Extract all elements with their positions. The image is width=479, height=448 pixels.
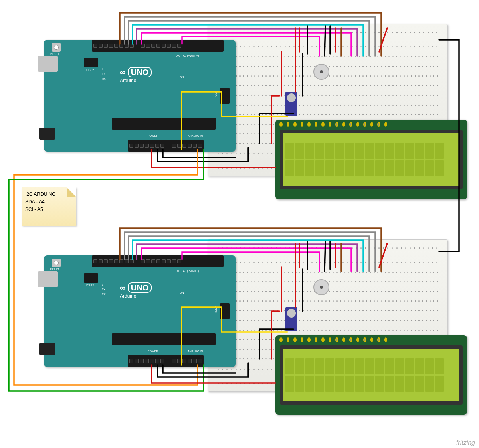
ON-led: ON xyxy=(180,291,184,294)
model-label: UNO xyxy=(128,67,152,77)
power-jack xyxy=(39,128,55,140)
model-label: UNO xyxy=(128,282,152,293)
note-line3: SCL- A5 xyxy=(25,206,73,213)
icsp-label: ICSP xyxy=(214,91,217,97)
icsp-label: ICSP xyxy=(214,306,217,312)
note-i2c: I2C ARDUINO SDA - A4 SCL- A5 xyxy=(22,187,76,226)
usb-port xyxy=(38,271,58,287)
brand-label: Arduino xyxy=(120,293,136,299)
potentiometer-bottom[interactable] xyxy=(313,279,329,295)
bb-rail xyxy=(208,241,447,254)
lcd-row-1 xyxy=(285,376,457,392)
fritzing-watermark: fritzing xyxy=(456,439,475,446)
power-text: POWER xyxy=(148,134,158,137)
trimpot-top[interactable] xyxy=(285,92,297,116)
atmega-chip xyxy=(112,333,216,345)
brand-label: Arduino xyxy=(120,78,136,83)
reset-label: RESET xyxy=(50,268,59,271)
digital-header xyxy=(92,40,224,52)
atmega-chip xyxy=(112,118,216,130)
lcd-bottom xyxy=(275,335,467,415)
L-led: L xyxy=(102,68,103,71)
RX-led: RX xyxy=(102,293,106,296)
analog-text: ANALOG IN xyxy=(188,350,203,353)
bb-rail xyxy=(208,40,447,53)
arduino-slave: RESET ICSP2 ∞ UNO Arduino L TX RX ON DIG… xyxy=(44,255,236,367)
lcd-row-0 xyxy=(285,358,457,374)
ON-led: ON xyxy=(180,76,184,79)
note-line1: I2C ARDUINO xyxy=(25,191,73,198)
reset-label: RESET xyxy=(50,53,59,55)
lcd-pin-row xyxy=(279,122,387,129)
arduino-master: RESET ICSP2 ∞ UNO Arduino L TX RX ON DIG… xyxy=(44,40,236,152)
L-led: L xyxy=(102,283,103,286)
power-jack xyxy=(39,343,55,355)
potentiometer-top[interactable] xyxy=(313,64,329,80)
infinity-icon: ∞ xyxy=(120,283,125,292)
uno-logo: ∞ UNO xyxy=(120,283,152,292)
digital-text: DIGITAL (PWM=~) xyxy=(176,270,199,272)
TX-led: TX xyxy=(102,288,105,291)
TX-led: TX xyxy=(102,73,105,75)
bb-rail xyxy=(208,256,447,268)
reset-button[interactable] xyxy=(52,259,61,267)
icsp-header xyxy=(220,303,230,319)
bb-rail xyxy=(208,26,447,39)
icsp-header xyxy=(220,88,230,104)
lcd-screen xyxy=(280,130,463,189)
lcd-row-1 xyxy=(285,160,457,176)
lcd-pin-row xyxy=(279,337,387,345)
icsp2-header xyxy=(84,58,98,67)
icsp2-label: ICSP2 xyxy=(86,284,94,287)
usb-port xyxy=(38,56,58,72)
note-line2: SDA - A4 xyxy=(25,198,73,206)
trimpot-bottom[interactable] xyxy=(285,307,297,331)
icsp2-header xyxy=(84,273,98,283)
lcd-top xyxy=(275,120,467,199)
power-text: POWER xyxy=(148,350,158,353)
icsp2-label: ICSP2 xyxy=(86,69,94,71)
power-analog-header xyxy=(128,140,204,152)
lcd-row-0 xyxy=(285,143,457,159)
RX-led: RX xyxy=(102,77,106,80)
analog-text: ANALOG IN xyxy=(188,134,203,137)
digital-header xyxy=(92,255,224,267)
uno-logo: ∞ UNO xyxy=(120,68,152,77)
digital-text: DIGITAL (PWM=~) xyxy=(176,54,199,57)
lcd-screen xyxy=(280,345,463,405)
reset-button[interactable] xyxy=(52,43,61,52)
infinity-icon: ∞ xyxy=(120,68,125,77)
power-analog-header xyxy=(128,355,204,367)
